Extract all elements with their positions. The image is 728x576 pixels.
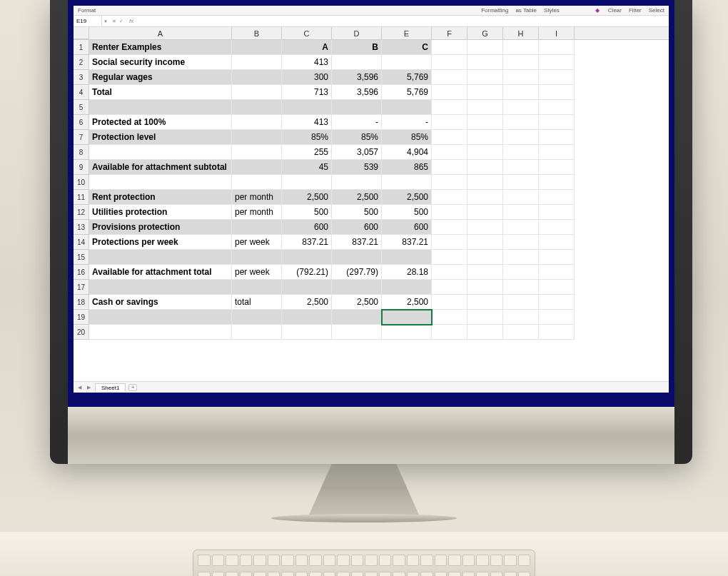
name-box[interactable]: E19 <box>74 16 102 26</box>
select-all-corner[interactable] <box>74 27 89 39</box>
cell-H12[interactable] <box>503 205 539 220</box>
row-header-1[interactable]: 1 <box>74 40 89 55</box>
cell-I16[interactable] <box>539 265 575 280</box>
cell-B15[interactable] <box>232 250 282 265</box>
cell-C9[interactable]: 45 <box>282 160 332 175</box>
cell-E17[interactable] <box>382 280 432 295</box>
row-header-11[interactable]: 11 <box>74 190 89 205</box>
cell-B12[interactable]: per month <box>232 205 282 220</box>
cell-I5[interactable] <box>539 100 575 115</box>
cell-I8[interactable] <box>539 145 575 160</box>
cell-H1[interactable] <box>503 40 539 55</box>
cell-I4[interactable] <box>539 85 575 100</box>
col-header-F[interactable]: F <box>432 27 467 39</box>
cell-G10[interactable] <box>467 175 503 190</box>
cell-H16[interactable] <box>503 265 539 280</box>
fx-label[interactable]: fx <box>126 18 136 24</box>
cell-B19[interactable] <box>232 310 282 325</box>
cell-C14[interactable]: 837.21 <box>282 235 332 250</box>
cell-G15[interactable] <box>467 250 503 265</box>
cell-E3[interactable]: 5,769 <box>382 70 432 85</box>
cell-C5[interactable] <box>282 100 332 115</box>
add-sheet-button[interactable]: + <box>128 384 137 391</box>
cell-F9[interactable] <box>432 160 467 175</box>
cell-F8[interactable] <box>432 145 467 160</box>
cell-C8[interactable]: 255 <box>282 145 332 160</box>
row-header-16[interactable]: 16 <box>74 265 89 280</box>
ribbon-select[interactable]: Select <box>649 7 664 14</box>
cell-H18[interactable] <box>503 295 539 310</box>
cell-F11[interactable] <box>432 190 467 205</box>
cell-I17[interactable] <box>539 280 575 295</box>
cell-A7[interactable]: Protection level <box>89 130 232 145</box>
cell-H9[interactable] <box>503 160 539 175</box>
cell-D2[interactable] <box>332 55 382 70</box>
cell-E8[interactable]: 4,904 <box>382 145 432 160</box>
ribbon-filter[interactable]: Filter <box>629 7 642 14</box>
cell-C1[interactable]: A <box>282 40 332 55</box>
col-header-C[interactable]: C <box>282 27 332 39</box>
cell-H15[interactable] <box>503 250 539 265</box>
cell-G12[interactable] <box>467 205 503 220</box>
row-header-10[interactable]: 10 <box>74 175 89 190</box>
cell-D12[interactable]: 500 <box>332 205 382 220</box>
cell-B20[interactable] <box>232 325 282 340</box>
cell-B6[interactable] <box>232 115 282 130</box>
cell-G11[interactable] <box>467 190 503 205</box>
cell-F4[interactable] <box>432 85 467 100</box>
confirm-icon[interactable]: ✓ <box>119 19 123 24</box>
cell-B7[interactable] <box>232 130 282 145</box>
cell-D13[interactable]: 600 <box>332 220 382 235</box>
cell-B16[interactable]: per week <box>232 265 282 280</box>
cell-F13[interactable] <box>432 220 467 235</box>
cell-I13[interactable] <box>539 220 575 235</box>
cell-H4[interactable] <box>503 85 539 100</box>
cell-F1[interactable] <box>432 40 467 55</box>
cell-D19[interactable] <box>332 310 382 325</box>
cell-C10[interactable] <box>282 175 332 190</box>
cell-D7[interactable]: 85% <box>332 130 382 145</box>
cell-F16[interactable] <box>432 265 467 280</box>
cell-D6[interactable]: - <box>332 115 382 130</box>
cell-I15[interactable] <box>539 250 575 265</box>
row-header-20[interactable]: 20 <box>74 325 89 340</box>
cell-A5[interactable] <box>89 100 232 115</box>
cell-G3[interactable] <box>467 70 503 85</box>
cell-D14[interactable]: 837.21 <box>332 235 382 250</box>
cell-F18[interactable] <box>432 295 467 310</box>
cell-E15[interactable] <box>382 250 432 265</box>
cell-A16[interactable]: Available for attachment total <box>89 265 232 280</box>
cell-F14[interactable] <box>432 235 467 250</box>
cell-D4[interactable]: 3,596 <box>332 85 382 100</box>
cell-G19[interactable] <box>467 310 503 325</box>
cell-F5[interactable] <box>432 100 467 115</box>
cell-I11[interactable] <box>539 190 575 205</box>
cell-B11[interactable]: per month <box>232 190 282 205</box>
cell-E18[interactable]: 2,500 <box>382 295 432 310</box>
cell-E10[interactable] <box>382 175 432 190</box>
cell-B17[interactable] <box>232 280 282 295</box>
cell-E9[interactable]: 865 <box>382 160 432 175</box>
cell-I18[interactable] <box>539 295 575 310</box>
col-header-A[interactable]: A <box>89 27 232 39</box>
ribbon-formatting[interactable]: Formatting <box>481 7 508 14</box>
row-header-2[interactable]: 2 <box>74 55 89 70</box>
cell-I19[interactable] <box>539 310 575 325</box>
cell-B10[interactable] <box>232 175 282 190</box>
cancel-icon[interactable]: ✕ <box>112 19 116 24</box>
row-header-5[interactable]: 5 <box>74 100 89 115</box>
cell-E13[interactable]: 600 <box>382 220 432 235</box>
cell-A3[interactable]: Regular wages <box>89 70 232 85</box>
row-header-13[interactable]: 13 <box>74 220 89 235</box>
cell-C19[interactable] <box>282 310 332 325</box>
cell-C20[interactable] <box>282 325 332 340</box>
cell-H13[interactable] <box>503 220 539 235</box>
cell-E4[interactable]: 5,769 <box>382 85 432 100</box>
cell-H17[interactable] <box>503 280 539 295</box>
cell-D11[interactable]: 2,500 <box>332 190 382 205</box>
cell-A14[interactable]: Protections per week <box>89 235 232 250</box>
cell-E20[interactable] <box>382 325 432 340</box>
cell-B18[interactable]: total <box>232 295 282 310</box>
cell-E12[interactable]: 500 <box>382 205 432 220</box>
cell-D9[interactable]: 539 <box>332 160 382 175</box>
